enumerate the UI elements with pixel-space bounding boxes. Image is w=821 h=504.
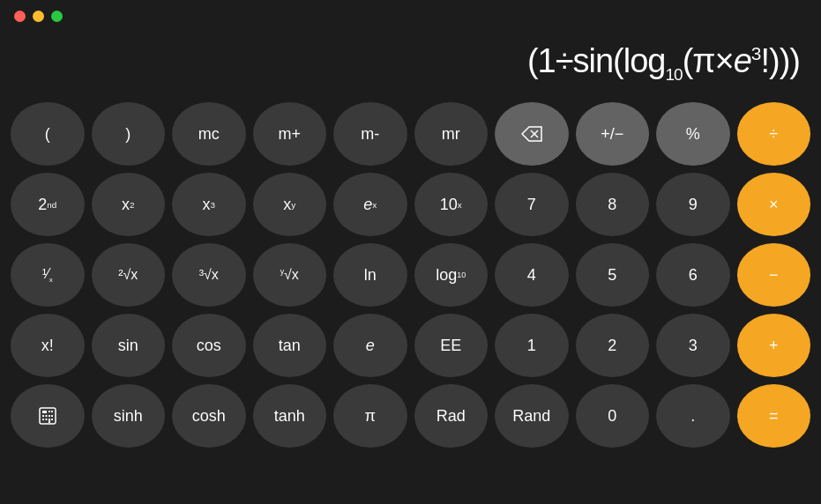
three-button[interactable]: 3 — [656, 314, 730, 377]
five-button[interactable]: 5 — [576, 243, 650, 307]
sqrt-y-button[interactable]: y√x — [253, 243, 327, 307]
open-paren-button[interactable]: ( — [11, 102, 85, 166]
mc-button[interactable]: mc — [172, 102, 246, 166]
percent-button[interactable]: % — [656, 102, 730, 166]
e-to-x-button[interactable]: ex — [333, 173, 407, 236]
two-button[interactable]: 2 — [576, 314, 650, 377]
sqrt-2-button[interactable]: ²√x — [92, 243, 166, 307]
buttons-grid: ()mcm+m-mr+/−%÷2ndx2x3xyex10x789×¹⁄x²√x³… — [0, 102, 821, 458]
mr-button[interactable]: mr — [414, 102, 489, 166]
one-over-x-button[interactable]: ¹⁄x — [11, 243, 85, 307]
x-to-y-button[interactable]: xy — [253, 173, 327, 236]
four-button[interactable]: 4 — [495, 243, 569, 307]
rad-button[interactable]: Rad — [414, 384, 489, 448]
svg-rect-11 — [45, 419, 47, 420]
decimal-button[interactable]: . — [656, 384, 730, 448]
eight-button[interactable]: 8 — [576, 173, 650, 236]
traffic-light-minimize[interactable] — [33, 11, 44, 22]
tanh-button[interactable]: tanh — [253, 384, 327, 448]
2nd-button[interactable]: 2nd — [11, 173, 85, 236]
m-minus-button[interactable]: m- — [333, 102, 407, 166]
calculator-icon-button[interactable] — [11, 384, 85, 448]
svg-rect-5 — [51, 411, 53, 412]
svg-rect-12 — [49, 419, 50, 423]
nine-button[interactable]: 9 — [656, 173, 730, 236]
svg-rect-9 — [51, 415, 53, 417]
display-value: (1÷sin(log10(π×e3!))) — [527, 42, 800, 85]
sin-button[interactable]: sin — [92, 314, 166, 377]
traffic-light-maximize[interactable] — [51, 11, 63, 22]
10-to-x-button[interactable]: 10x — [414, 173, 489, 236]
title-bar — [0, 0, 821, 32]
ln-button[interactable]: ln — [333, 243, 407, 307]
cosh-button[interactable]: cosh — [172, 384, 246, 448]
plus-minus-button[interactable]: +/− — [576, 102, 650, 166]
close-paren-button[interactable]: ) — [92, 102, 166, 166]
svg-rect-13 — [51, 419, 53, 420]
tan-button[interactable]: tan — [253, 314, 327, 377]
m-plus-button[interactable]: m+ — [253, 102, 327, 166]
traffic-light-close[interactable] — [14, 11, 26, 22]
euler-button[interactable]: e — [333, 314, 407, 377]
svg-rect-4 — [49, 411, 50, 412]
sqrt-3-button[interactable]: ³√x — [172, 243, 246, 307]
svg-rect-8 — [49, 415, 50, 417]
backspace-button[interactable] — [495, 102, 569, 166]
add-button[interactable]: + — [737, 314, 811, 377]
cos-button[interactable]: cos — [172, 314, 246, 377]
zero-button[interactable]: 0 — [576, 384, 650, 448]
one-button[interactable]: 1 — [495, 314, 569, 377]
sinh-button[interactable]: sinh — [92, 384, 166, 448]
svg-rect-10 — [42, 419, 44, 420]
svg-rect-7 — [45, 415, 47, 417]
seven-button[interactable]: 7 — [495, 173, 569, 236]
x-cubed-button[interactable]: x3 — [172, 173, 246, 236]
divide-button[interactable]: ÷ — [737, 102, 811, 166]
subtract-button[interactable]: − — [737, 243, 811, 307]
multiply-button[interactable]: × — [737, 173, 811, 236]
display: (1÷sin(log10(π×e3!))) — [0, 32, 821, 102]
svg-rect-2 — [40, 408, 56, 424]
ee-button[interactable]: EE — [414, 314, 489, 377]
log10-button[interactable]: log10 — [414, 243, 489, 307]
svg-rect-6 — [42, 415, 44, 417]
factorial-button[interactable]: x! — [11, 314, 85, 377]
equals-button[interactable]: = — [737, 384, 811, 448]
rand-button[interactable]: Rand — [495, 384, 569, 448]
svg-rect-3 — [42, 411, 47, 413]
x-squared-button[interactable]: x2 — [92, 173, 166, 236]
six-button[interactable]: 6 — [656, 243, 730, 307]
pi-button[interactable]: π — [333, 384, 407, 448]
